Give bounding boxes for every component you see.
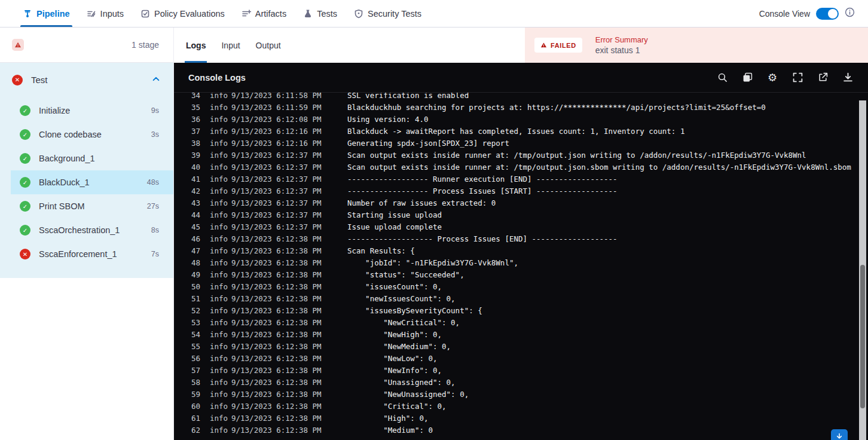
log-line: 35 info 9/13/2023 6:11:59 PM Blackduckhu… xyxy=(174,102,868,114)
step-name: Initialize xyxy=(39,106,151,115)
step-row[interactable]: BlackDuck_1 48s xyxy=(11,170,173,194)
step-row[interactable]: Clone codebase 3s xyxy=(11,123,173,146)
stage-count: 1 stage xyxy=(132,40,159,50)
failed-badge: FAILED xyxy=(534,38,582,53)
step-status-icon xyxy=(20,105,30,116)
log-level: info xyxy=(200,329,231,341)
log-line: 61 info 9/13/2023 6:12:38 PM "High": 0, xyxy=(174,412,868,424)
tab-artifacts[interactable]: Artifacts xyxy=(233,0,295,27)
log-line-number: 37 xyxy=(174,126,200,138)
fullscreen-icon[interactable] xyxy=(792,72,803,83)
log-timestamp: 9/13/2023 6:12:16 PM xyxy=(231,126,347,138)
stage-block: Test Initialize 9s Clone codebase 3s xyxy=(0,63,173,278)
step-status-icon xyxy=(20,201,30,212)
log-line-number: 58 xyxy=(174,377,200,389)
tab-pipeline[interactable]: Pipeline xyxy=(14,0,78,27)
nav-right: Console View xyxy=(759,7,868,20)
step-row[interactable]: SscaEnforcement_1 7s xyxy=(11,242,173,266)
log-level: info xyxy=(200,185,231,197)
step-row[interactable]: SscaOrchestration_1 8s xyxy=(11,218,173,242)
open-in-new-icon[interactable] xyxy=(817,72,828,83)
log-scroll-area[interactable]: 34 info 9/13/2023 6:11:58 PM SSL verific… xyxy=(174,93,868,440)
log-line: 51 info 9/13/2023 6:12:38 PM "newIssuesC… xyxy=(174,293,868,305)
log-line: 48 info 9/13/2023 6:12:38 PM "jobId": "-… xyxy=(174,257,868,269)
log-timestamp: 9/13/2023 6:12:38 PM xyxy=(231,317,347,329)
log-line-number: 34 xyxy=(174,93,200,102)
error-summary-message: exit status 1 xyxy=(595,45,648,55)
log-line: 40 info 9/13/2023 6:12:37 PM Scan output… xyxy=(174,161,868,173)
log-timestamp: 9/13/2023 6:12:38 PM xyxy=(231,341,347,353)
log-line-number: 39 xyxy=(174,149,200,161)
step-duration: 3s xyxy=(151,130,159,139)
search-icon[interactable] xyxy=(717,72,728,83)
console-logs-panel: Console Logs ⚙ xyxy=(174,63,868,440)
copy-icon[interactable] xyxy=(742,72,753,83)
log-level: info xyxy=(200,221,231,233)
step-row[interactable]: Print SBOM 27s xyxy=(11,194,173,218)
log-timestamp: 9/13/2023 6:12:37 PM xyxy=(231,221,347,233)
log-message: "status": "Succeeded", xyxy=(347,269,868,281)
main-panel: Logs Input Output FAILED Error Summary e… xyxy=(174,28,868,440)
tab-inputs[interactable]: Inputs xyxy=(78,0,133,27)
tab-logs[interactable]: Logs xyxy=(186,28,206,63)
log-level: info xyxy=(200,353,231,365)
console-scrollbar[interactable] xyxy=(859,100,866,440)
stage-status-icon xyxy=(12,75,23,85)
log-message: Blackduck -> awaitReport has completed, … xyxy=(347,126,868,138)
log-line-number: 48 xyxy=(174,257,200,269)
log-level: info xyxy=(200,138,231,149)
log-line: 54 info 9/13/2023 6:12:38 PM "NewHigh": … xyxy=(174,329,868,341)
log-timestamp: 9/13/2023 6:12:38 PM xyxy=(231,281,347,293)
warning-triangle-icon xyxy=(540,42,547,48)
log-level: info xyxy=(200,341,231,353)
log-timestamp: 9/13/2023 6:12:38 PM xyxy=(231,293,347,305)
log-message: Scan Results: { xyxy=(347,245,868,257)
scrollbar-thumb[interactable] xyxy=(860,265,865,408)
tab-input[interactable]: Input xyxy=(221,28,240,63)
log-message: Blackduckhub searching for projects at: … xyxy=(347,102,868,114)
settings-gear-icon[interactable]: ⚙ xyxy=(767,72,778,83)
log-level: info xyxy=(200,161,231,173)
log-message: "NewCritical": 0, xyxy=(347,317,868,329)
log-timestamp: 9/13/2023 6:12:38 PM xyxy=(231,401,347,412)
log-line-number: 47 xyxy=(174,245,200,257)
log-timestamp: 9/13/2023 6:12:38 PM xyxy=(231,305,347,317)
log-timestamp: 9/13/2023 6:12:38 PM xyxy=(231,424,347,436)
toggle-knob xyxy=(828,9,838,19)
log-message: Starting issue upload xyxy=(347,209,868,221)
download-icon[interactable] xyxy=(842,72,853,83)
console-header: Console Logs ⚙ xyxy=(174,63,868,93)
log-level: info xyxy=(200,126,231,138)
log-message: "NewLow": 0, xyxy=(347,353,868,365)
tab-output[interactable]: Output xyxy=(256,28,281,63)
step-name: Background_1 xyxy=(39,154,159,163)
chevron-up-icon[interactable] xyxy=(152,75,160,85)
step-name: BlackDuck_1 xyxy=(39,178,147,187)
execution-sidebar: 1 stage Test Initialize 9s Clone codeb xyxy=(0,28,174,440)
log-line: 58 info 9/13/2023 6:12:38 PM "Unassigned… xyxy=(174,377,868,389)
log-level: info xyxy=(200,245,231,257)
tab-security-tests[interactable]: Security Tests xyxy=(346,0,430,27)
log-line: 39 info 9/13/2023 6:12:37 PM Scan output… xyxy=(174,149,868,161)
stage-row-test[interactable]: Test xyxy=(0,63,173,97)
tests-icon xyxy=(303,9,313,19)
log-level: info xyxy=(200,412,231,424)
log-level: info xyxy=(200,93,231,102)
step-row[interactable]: Initialize 9s xyxy=(11,99,173,123)
log-level: info xyxy=(200,365,231,377)
log-line-number: 46 xyxy=(174,233,200,245)
log-timestamp: 9/13/2023 6:12:37 PM xyxy=(231,185,347,197)
step-row[interactable]: Background_1 xyxy=(11,146,173,170)
log-message: Number of raw issues extracted: 0 xyxy=(347,197,868,209)
log-line: 38 info 9/13/2023 6:12:16 PM Generating … xyxy=(174,138,868,149)
console-view-toggle[interactable] xyxy=(816,8,839,20)
tab-tests[interactable]: Tests xyxy=(295,0,346,27)
log-timestamp: 9/13/2023 6:12:38 PM xyxy=(231,412,347,424)
log-message: "NewUnassigned": 0, xyxy=(347,389,868,401)
log-level: info xyxy=(200,401,231,412)
log-line: 41 info 9/13/2023 6:12:37 PM -----------… xyxy=(174,173,868,185)
tab-policy-evaluations[interactable]: Policy Evaluations xyxy=(132,0,233,27)
log-timestamp: 9/13/2023 6:12:37 PM xyxy=(231,149,347,161)
scroll-to-bottom-button[interactable] xyxy=(831,429,848,440)
info-icon[interactable] xyxy=(845,7,855,20)
